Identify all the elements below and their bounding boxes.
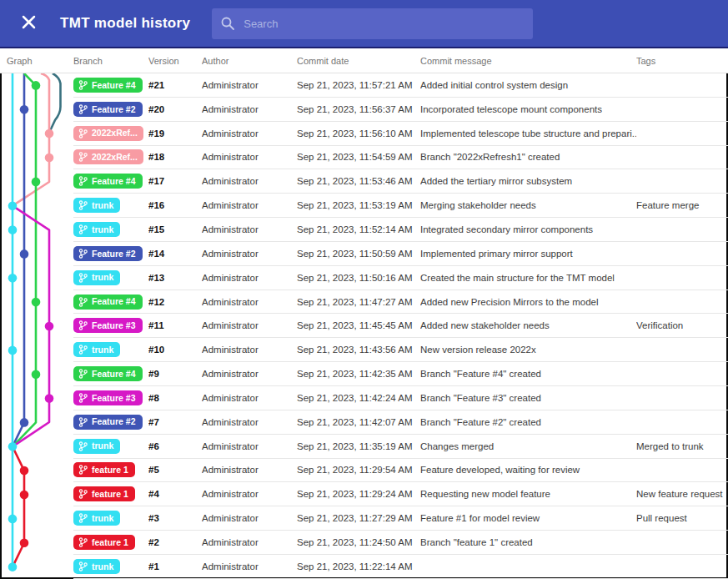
- table-row[interactable]: Feature #2 #7 Administrator Sep 21, 2023…: [0, 410, 728, 435]
- branch-label: trunk: [92, 225, 113, 234]
- graph-cell: [0, 435, 73, 459]
- branch-badge[interactable]: trunk: [73, 511, 120, 526]
- version-cell: #12: [148, 290, 202, 315]
- table-row[interactable]: 2022xRef... #18 Administrator Sep 21, 20…: [0, 146, 728, 170]
- table-row[interactable]: 2022xRef... #19 Administrator Sep 21, 20…: [0, 122, 728, 146]
- table-row[interactable]: trunk #3 Administrator Sep 21, 2023, 11:…: [0, 506, 728, 531]
- table-row[interactable]: trunk #15 Administrator Sep 21, 2023, 11…: [0, 218, 728, 242]
- branch-badge[interactable]: trunk: [73, 198, 120, 213]
- branch-badge[interactable]: Feature #4: [73, 366, 143, 381]
- table-row[interactable]: Feature #3 #8 Administrator Sep 21, 2023…: [0, 386, 728, 410]
- table-row[interactable]: trunk #10 Administrator Sep 21, 2023, 11…: [0, 338, 728, 362]
- branch-badge[interactable]: trunk: [73, 222, 120, 237]
- table-row[interactable]: Feature #4 #9 Administrator Sep 21, 2023…: [0, 362, 728, 386]
- graph-cell: [0, 169, 73, 194]
- branch-badge[interactable]: Feature #2: [73, 102, 143, 117]
- branch-label: Feature #3: [92, 321, 136, 330]
- table-row[interactable]: Feature #3 #11 Administrator Sep 21, 202…: [0, 314, 728, 338]
- table-row[interactable]: feature 1 #2 Administrator Sep 21, 2023,…: [0, 531, 728, 555]
- table-row[interactable]: trunk #6 Administrator Sep 21, 2023, 11:…: [0, 435, 728, 459]
- branch-badge[interactable]: Feature #3: [73, 390, 143, 405]
- table-row[interactable]: trunk #1 Administrator Sep 21, 2023, 11:…: [0, 555, 728, 579]
- tag-cell: [636, 555, 728, 579]
- commit-date-cell: Sep 21, 2023, 11:27:29 AM: [297, 506, 420, 531]
- branch-cell: Feature #4: [73, 73, 148, 98]
- commit-date-cell: Sep 21, 2023, 11:54:59 AM: [297, 146, 420, 170]
- search-input[interactable]: [244, 18, 525, 30]
- branch-label: Feature #4: [92, 297, 136, 306]
- version-cell: #7: [148, 410, 202, 435]
- column-header-graph: Graph: [0, 56, 73, 66]
- commit-message-cell: Integrated secondary mirror components: [420, 218, 636, 242]
- commit-date-cell: Sep 21, 2023, 11:35:19 AM: [297, 435, 420, 459]
- branch-badge[interactable]: trunk: [73, 342, 120, 357]
- branch-badge[interactable]: Feature #4: [73, 78, 143, 93]
- version-cell: #1: [148, 555, 202, 579]
- author-cell: Administrator: [202, 362, 297, 386]
- tag-cell: [636, 459, 728, 483]
- branch-badge[interactable]: feature 1: [73, 486, 135, 501]
- author-cell: Administrator: [202, 506, 297, 531]
- commit-date-cell: Sep 21, 2023, 11:56:37 AM: [297, 98, 420, 122]
- branch-badge[interactable]: Feature #4: [73, 295, 143, 310]
- tag-cell: Feature merge: [636, 194, 728, 218]
- commit-message-cell: Branch "Feature #2" created: [420, 410, 636, 435]
- commit-date-cell: Sep 21, 2023, 11:47:27 AM: [297, 290, 420, 315]
- commit-date-cell: Sep 21, 2023, 11:22:14 AM: [297, 555, 420, 579]
- commit-date-cell: Sep 21, 2023, 11:24:50 AM: [297, 531, 420, 555]
- version-cell: #15: [148, 218, 202, 242]
- table-row[interactable]: Feature #2 #20 Administrator Sep 21, 202…: [0, 98, 728, 122]
- search-box[interactable]: [212, 8, 533, 39]
- table-row[interactable]: Feature #4 #17 Administrator Sep 21, 202…: [0, 169, 728, 194]
- commit-message-cell: Added new Precision Mirrors to the model: [420, 290, 636, 315]
- version-cell: #10: [148, 338, 202, 362]
- branch-label: feature 1: [92, 490, 128, 499]
- branch-label: trunk: [92, 514, 113, 523]
- commit-message-cell: Implemented telescope tube structure and…: [420, 122, 636, 146]
- tag-cell: [636, 338, 728, 362]
- branch-icon: [78, 417, 88, 427]
- column-header-commit-date: Commit date: [297, 56, 420, 66]
- branch-badge[interactable]: trunk: [73, 439, 120, 454]
- branch-badge[interactable]: 2022xRef...: [73, 126, 143, 141]
- branch-badge[interactable]: feature 1: [73, 462, 135, 477]
- commit-date-cell: Sep 21, 2023, 11:53:46 AM: [297, 169, 420, 194]
- version-cell: #11: [148, 314, 202, 338]
- table-row[interactable]: Feature #4 #21 Administrator Sep 21, 202…: [0, 73, 728, 98]
- commit-message-cell: Feature developed, waiting for review: [420, 459, 636, 483]
- version-cell: #17: [148, 169, 202, 194]
- branch-badge[interactable]: Feature #2: [73, 415, 143, 430]
- branch-badge[interactable]: Feature #3: [73, 318, 143, 333]
- branch-cell: trunk: [73, 555, 148, 579]
- tag-cell: [636, 98, 728, 122]
- graph-cell: [0, 194, 73, 218]
- branch-badge[interactable]: Feature #4: [73, 174, 143, 189]
- branch-badge[interactable]: Feature #2: [73, 246, 143, 261]
- author-cell: Administrator: [202, 218, 297, 242]
- tag-cell: [636, 73, 728, 98]
- table-row[interactable]: trunk #13 Administrator Sep 21, 2023, 11…: [0, 266, 728, 290]
- column-header-tags: Tags: [636, 56, 728, 66]
- branch-label: 2022xRef...: [92, 128, 138, 138]
- branch-badge[interactable]: feature 1: [73, 535, 135, 550]
- top-bar: TMT model history: [0, 0, 728, 47]
- author-cell: Administrator: [202, 146, 297, 170]
- graph-cell: [0, 314, 73, 338]
- table-row[interactable]: feature 1 #4 Administrator Sep 21, 2023,…: [0, 482, 728, 506]
- column-header-commit-message: Commit message: [420, 56, 636, 66]
- table-row[interactable]: Feature #2 #14 Administrator Sep 21, 202…: [0, 242, 728, 266]
- branch-icon: [78, 297, 88, 307]
- table-row[interactable]: trunk #16 Administrator Sep 21, 2023, 11…: [0, 194, 728, 218]
- branch-badge[interactable]: trunk: [73, 559, 120, 574]
- branch-cell: Feature #4: [73, 362, 148, 386]
- branch-cell: Feature #3: [73, 386, 148, 410]
- graph-cell: [0, 73, 73, 98]
- commit-message-cell: [420, 555, 636, 579]
- branch-cell: feature 1: [73, 482, 148, 506]
- tag-cell: [636, 531, 728, 555]
- branch-badge[interactable]: trunk: [73, 270, 120, 285]
- table-row[interactable]: feature 1 #5 Administrator Sep 21, 2023,…: [0, 459, 728, 483]
- table-row[interactable]: Feature #4 #12 Administrator Sep 21, 202…: [0, 290, 728, 315]
- close-button[interactable]: [15, 10, 42, 37]
- branch-badge[interactable]: 2022xRef...: [73, 149, 143, 164]
